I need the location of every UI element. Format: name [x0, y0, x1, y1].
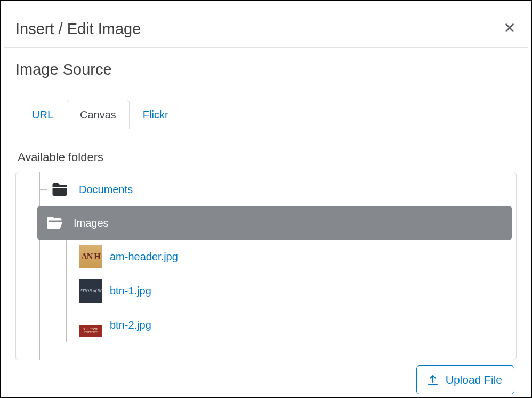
close-icon — [504, 22, 515, 34]
modal-title: Insert / Edit Image — [15, 20, 141, 38]
modal-header: Insert / Edit Image — [4, 10, 528, 48]
file-label: btn-1.jpg — [110, 285, 151, 297]
folder-label: Documents — [79, 184, 133, 196]
close-button[interactable] — [502, 20, 518, 38]
file-btn-1[interactable]: ATION of IN btn-1.jpg — [66, 274, 516, 308]
footer: Upload File — [15, 360, 517, 394]
section-title: Image Source — [15, 61, 517, 86]
file-btn-2[interactable]: S of CONFCONSTIT btn-2.jpg — [66, 308, 516, 342]
tab-url[interactable]: URL — [19, 100, 67, 129]
upload-label: Upload File — [446, 373, 502, 386]
file-label: btn-2.jpg — [110, 319, 151, 331]
folder-label: Images — [74, 217, 109, 229]
upload-icon — [426, 373, 439, 386]
folder-images[interactable]: Images — [37, 206, 512, 240]
file-thumbnail: ATION of IN — [79, 279, 102, 303]
tab-canvas[interactable]: Canvas — [67, 100, 130, 129]
file-thumbnail: AN H — [79, 245, 102, 268]
folder-open-icon — [45, 213, 64, 233]
file-am-header[interactable]: AN H am-header.jpg — [66, 240, 516, 274]
upload-file-button[interactable]: Upload File — [416, 365, 514, 394]
tabs: URL Canvas Flickr — [15, 99, 517, 129]
folder-tree: Documents Images AN H am-header — [15, 172, 517, 360]
folder-icon — [50, 180, 69, 199]
folder-documents[interactable]: Documents — [39, 172, 516, 206]
divider — [4, 4, 528, 4]
tab-flickr[interactable]: Flickr — [130, 100, 182, 129]
folders-heading: Available folders — [15, 150, 517, 164]
file-label: am-header.jpg — [110, 251, 178, 263]
file-thumbnail: S of CONFCONSTIT — [79, 325, 102, 337]
modal-window: Insert / Edit Image Image Source URL Can… — [0, 0, 532, 398]
